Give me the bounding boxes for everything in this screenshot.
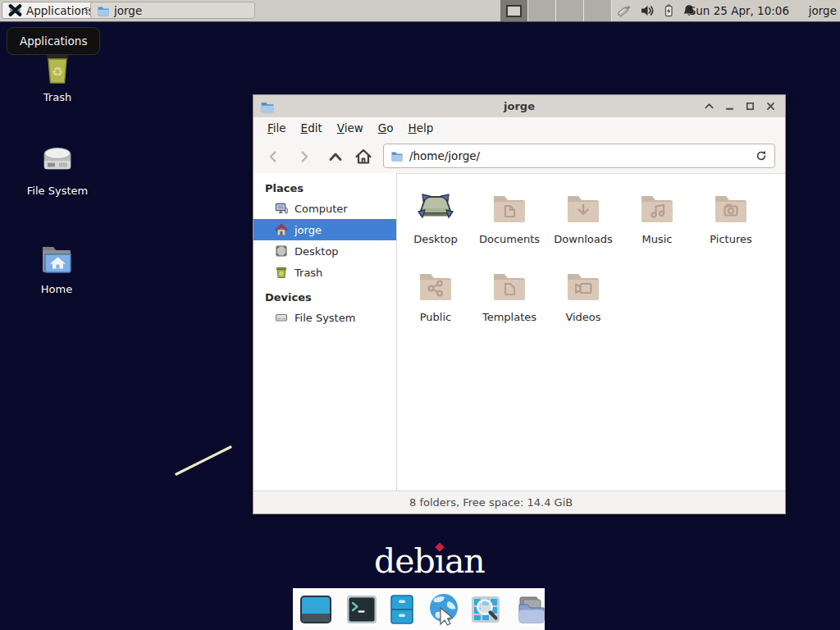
web-browser-globe-icon [425,591,463,628]
menu-view[interactable]: View [330,119,371,137]
taskbar-window-button[interactable]: jorge [90,2,255,19]
sidebar-item-filesystem[interactable]: File System [253,307,396,328]
home-icon [275,223,288,236]
trash-label: Trash [43,91,71,103]
battery-tray-icon[interactable] [661,3,676,21]
folder-public-icon [416,264,455,304]
folder-label: Downloads [554,233,612,245]
applications-icon [8,3,22,17]
folder-label: Pictures [710,233,751,245]
sidebar-label: jorge [294,224,322,236]
sidebar-item-computer[interactable]: Computer [253,198,396,219]
scribble-line [171,441,238,481]
terminal-button[interactable] [345,592,379,627]
debian-logo: debıan [374,541,485,581]
sidebar-item-jorge[interactable]: jorge [253,219,396,240]
tooltip-text: Applications [20,34,87,48]
desktop-icon-trash[interactable]: ♻ Trash [12,48,103,103]
file-manager-button[interactable] [385,592,419,627]
workspace-switcher [500,0,612,21]
workspace-2[interactable] [528,0,556,21]
svg-text:♻: ♻ [52,64,63,80]
app-finder-button[interactable] [468,592,503,627]
statusbar: 8 folders, Free space: 14.4 GiB [253,491,785,514]
filesystem-label: File System [27,185,88,197]
sidebar-label: Desktop [294,245,339,258]
volume-tray-icon[interactable] [639,2,655,21]
back-button[interactable] [263,147,283,167]
directory-menu-button[interactable] [514,592,549,627]
file-manager-window: jorge File Edit View Go Help [253,94,786,514]
sidebar-label: Trash [294,267,322,279]
sidebar-item-trash[interactable]: ♻ Trash [253,262,396,283]
path-input[interactable]: /home/jorge/ [383,144,775,168]
debian-logo-text2: an [445,541,485,581]
web-browser-button[interactable] [425,592,463,627]
folder-icon [97,4,110,17]
dock [293,588,545,630]
folder-stack-icon [514,592,549,627]
workspace-4[interactable] [584,0,612,21]
desktop-icon-home[interactable]: Home [11,240,102,295]
window-titlebar[interactable]: jorge [253,95,785,118]
folder-item-music[interactable]: Music [620,186,694,264]
applications-tooltip: Applications [7,27,100,55]
folder-label: Templates [482,311,536,323]
debian-logo-text: deb [374,541,435,581]
clock[interactable]: Sun 25 Apr, 10:06 [689,0,789,21]
workspace-1[interactable] [500,0,528,21]
sidebar-item-desktop[interactable]: Desktop [253,240,396,262]
minimize-button[interactable] [723,100,736,113]
folder-label: Music [642,233,673,245]
stylus-tray-icon[interactable] [616,2,632,21]
folder-downloads-icon [564,186,603,226]
path-folder-icon [390,149,404,162]
folder-item-public[interactable]: Public [399,264,472,342]
folder-templates-icon [490,264,529,304]
sidebar-label: File System [294,312,355,324]
folder-label: Documents [479,233,540,245]
home-label: Home [41,283,72,295]
menu-edit[interactable]: Edit [294,119,330,137]
close-button[interactable] [764,100,777,113]
folder-item-pictures[interactable]: Pictures [694,186,768,264]
debian-logo-i: ı [435,541,445,581]
show-desktop-icon [299,592,333,627]
folder-item-templates[interactable]: Templates [472,264,546,342]
user-menu[interactable]: jorge [809,0,837,21]
reload-icon[interactable] [755,149,768,162]
folder-label: Public [420,311,451,323]
up-button[interactable] [326,147,345,167]
show-desktop-button[interactable] [299,592,333,627]
desktop-icon-filesystem[interactable]: File System [12,141,103,197]
sidebar: Places Computer jorge [253,173,397,491]
sidebar-label: Computer [294,203,348,215]
file-cabinet-icon [385,592,419,627]
panel-handle[interactable] [84,2,89,19]
menu-file[interactable]: File [260,119,294,137]
folder-pictures-icon [711,186,751,226]
folder-item-desktop[interactable]: Desktop [399,186,472,264]
top-panel: Applications jorge [0,0,840,22]
folder-item-documents[interactable]: Documents [472,186,546,264]
menu-go[interactable]: Go [371,119,401,137]
svg-text:♻: ♻ [279,271,284,277]
maximize-button[interactable] [743,100,756,113]
workspace-3[interactable] [556,0,584,21]
drive-icon [38,141,77,180]
file-view: Desktop Documents [399,173,776,491]
folder-item-downloads[interactable]: Downloads [546,186,620,264]
folder-documents-icon [490,186,529,226]
path-text: /home/jorge/ [409,149,749,162]
workspace-window-preview [506,5,522,17]
shade-button[interactable] [702,100,715,113]
folder-label: Videos [565,311,600,323]
user-name: jorge [809,4,837,17]
taskbar-window-label: jorge [114,4,142,17]
folder-item-videos[interactable]: Videos [546,264,620,342]
home-button[interactable] [354,147,373,167]
forward-button[interactable] [294,147,314,167]
menu-help[interactable]: Help [401,119,441,137]
drive-small-icon [275,311,288,324]
desktop-special-icon [416,186,455,226]
